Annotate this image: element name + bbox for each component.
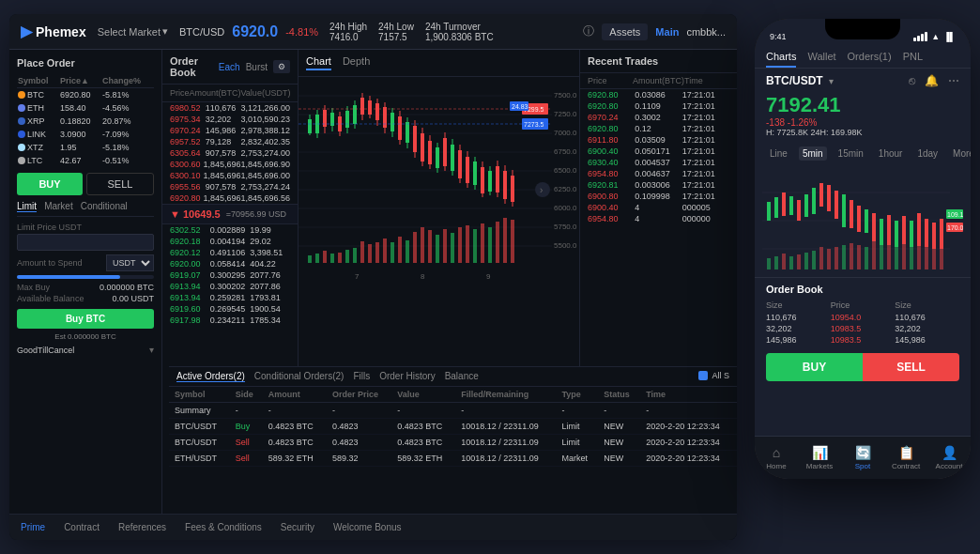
- assets-btn[interactable]: Assets: [602, 23, 648, 40]
- ob-settings-btn[interactable]: ⚙: [273, 60, 290, 73]
- nav-account[interactable]: 👤 Account: [927, 445, 971, 470]
- table-row[interactable]: XRP 0.18820 20.87%: [17, 115, 154, 128]
- available-label: Available Balance: [17, 294, 84, 303]
- symbol-cell: XTZ: [17, 141, 59, 154]
- user-menu[interactable]: cmbbk...: [686, 26, 726, 38]
- chevron-icon: ▾: [162, 25, 168, 38]
- nav-contract[interactable]: 📋 Contract: [884, 445, 927, 470]
- list-item: 6911.800.0350917:21:01: [580, 134, 737, 146]
- size-col: Size: [766, 300, 831, 310]
- main-nav[interactable]: Main: [655, 26, 679, 38]
- footer-prime[interactable]: Prime: [21, 522, 45, 532]
- list-item: 6900.800.10999817:21:01: [580, 191, 737, 202]
- pair-name: BTC/USD: [179, 26, 224, 38]
- mid-price: ▼ 10649.5 =70956.99 USD: [162, 204, 298, 224]
- tab-more[interactable]: More...: [949, 146, 971, 161]
- mobile-pair-name: BTC/USDT: [766, 74, 823, 87]
- tab-5min[interactable]: 5min: [799, 146, 827, 161]
- table-row[interactable]: LTC 42.67 -0.51%: [17, 154, 154, 167]
- battery-icon: ▐▌: [943, 32, 956, 41]
- svg-rect-158: [842, 245, 846, 269]
- svg-text:7000.0: 7000.0: [554, 129, 577, 137]
- tab-15min[interactable]: 15min: [835, 146, 867, 161]
- svg-rect-107: [466, 225, 469, 263]
- tab-1hour[interactable]: 1hour: [875, 146, 907, 161]
- chevron-down-icon[interactable]: ▾: [149, 345, 154, 355]
- chevron-down-icon[interactable]: ▾: [829, 76, 834, 86]
- svg-rect-99: [406, 240, 409, 263]
- tab-conditional-orders[interactable]: Conditional Orders(2): [254, 371, 345, 382]
- buy-btc-button[interactable]: Buy BTC: [17, 309, 154, 329]
- table-row[interactable]: BTC 6920.80 -5.81%: [17, 88, 154, 102]
- table-row[interactable]: ETH 158.40 -4.56%: [17, 101, 154, 115]
- header-right: ⓘ Assets Main cmbbk...: [583, 23, 726, 40]
- svg-text:6750.0: 6750.0: [554, 147, 577, 156]
- symbols-table: Symbol Price▲ Change% BTC 6920.80 -5.81%…: [17, 74, 154, 167]
- svg-rect-130: [842, 194, 846, 227]
- phone-screen: 9:41 ▲ ▐▌ Charts Wallet Orders(1) PNL: [755, 19, 971, 479]
- buy-button[interactable]: BUY: [17, 173, 83, 195]
- change-cell: -0.51%: [101, 154, 154, 167]
- table-row[interactable]: LINK 3.0900 -7.09%: [17, 128, 154, 141]
- ob-sell-row: 6975.3432,2023,010,590.23: [162, 114, 298, 125]
- price-cell: 1.95: [59, 141, 101, 154]
- svg-text:7273.5: 7273.5: [524, 121, 544, 128]
- table-row[interactable]: XTZ 1.95 -5.18%: [17, 141, 154, 154]
- logo-text: Phemex: [36, 24, 86, 39]
- table-row: ETH/USDT Sell 589.32 ETH 589.32 589.32 E…: [169, 451, 737, 467]
- tab-depth[interactable]: Depth: [343, 55, 370, 70]
- nav-markets[interactable]: 📊 Markets: [798, 445, 841, 470]
- footer-references[interactable]: References: [118, 522, 166, 532]
- svg-rect-156: [827, 249, 831, 269]
- tab-active-orders[interactable]: Active Orders(2): [176, 371, 245, 382]
- tab-line[interactable]: Line: [766, 146, 791, 161]
- footer-contract[interactable]: Contract: [64, 522, 100, 532]
- mobile-buy-button[interactable]: BUY: [766, 353, 863, 381]
- tab-conditional[interactable]: Conditional: [81, 201, 128, 212]
- tab-1day[interactable]: 1day: [913, 146, 942, 161]
- tab-balance[interactable]: Balance: [445, 371, 479, 382]
- tab-limit[interactable]: Limit: [17, 201, 37, 212]
- nav-spot[interactable]: 🔄 Spot: [841, 445, 884, 470]
- tab-each[interactable]: Each: [219, 62, 240, 72]
- tab-order-history[interactable]: Order History: [379, 371, 435, 382]
- symbol-cell: LTC: [17, 154, 59, 167]
- tab-orders[interactable]: Orders(1): [848, 51, 892, 68]
- bell-icon[interactable]: 🔔: [925, 74, 939, 87]
- svg-rect-124: [797, 200, 801, 221]
- tab-wallet[interactable]: Wallet: [807, 51, 835, 68]
- mobile-sell-button[interactable]: SELL: [863, 353, 959, 381]
- price-cell: 158.40: [59, 101, 101, 115]
- svg-rect-87: [315, 254, 319, 263]
- share-icon[interactable]: ⎋: [909, 74, 915, 87]
- tab-charts[interactable]: Charts: [766, 51, 796, 68]
- more-icon[interactable]: ⋯: [948, 74, 959, 87]
- order-price: 589.32: [327, 451, 391, 467]
- svg-rect-88: [323, 251, 327, 263]
- tab-pnl[interactable]: PNL: [903, 51, 923, 68]
- tab-fills[interactable]: Fills: [353, 371, 370, 382]
- footer-bonus[interactable]: Welcome Bonus: [333, 522, 402, 532]
- nav-home[interactable]: ⌂ Home: [755, 445, 798, 470]
- list-item: 6920.800.110917:21:01: [580, 100, 737, 112]
- svg-rect-92: [353, 248, 357, 263]
- select-market-btn[interactable]: Select Market ▾: [98, 25, 168, 38]
- ob-buy-row: 6920.180.00419429.02: [162, 236, 298, 247]
- ob-buy-row: 6919.070.3002952077.76: [162, 269, 298, 281]
- svg-rect-91: [345, 250, 349, 263]
- table-row: BTC/USDT Sell 0.4823 BTC 0.4823 0.4823 B…: [169, 435, 737, 451]
- limit-price-input[interactable]: [17, 234, 154, 251]
- info-icon[interactable]: ⓘ: [583, 23, 594, 39]
- tab-burst[interactable]: Burst: [246, 62, 268, 72]
- order-symbol: BTC/USDT: [169, 419, 230, 435]
- footer-security[interactable]: Security: [281, 522, 314, 532]
- svg-rect-167: [910, 241, 913, 269]
- footer-fees[interactable]: Fees & Conditions: [185, 522, 262, 532]
- sell-button[interactable]: SELL: [86, 173, 154, 195]
- currency-select[interactable]: USDT: [106, 254, 154, 271]
- list-item: 145,986 10983.5 145,986: [755, 334, 971, 346]
- price-col: Price: [831, 300, 896, 310]
- tab-market[interactable]: Market: [44, 201, 73, 212]
- tab-chart[interactable]: Chart: [306, 55, 331, 70]
- all-symbols-checkbox[interactable]: All S: [698, 371, 729, 380]
